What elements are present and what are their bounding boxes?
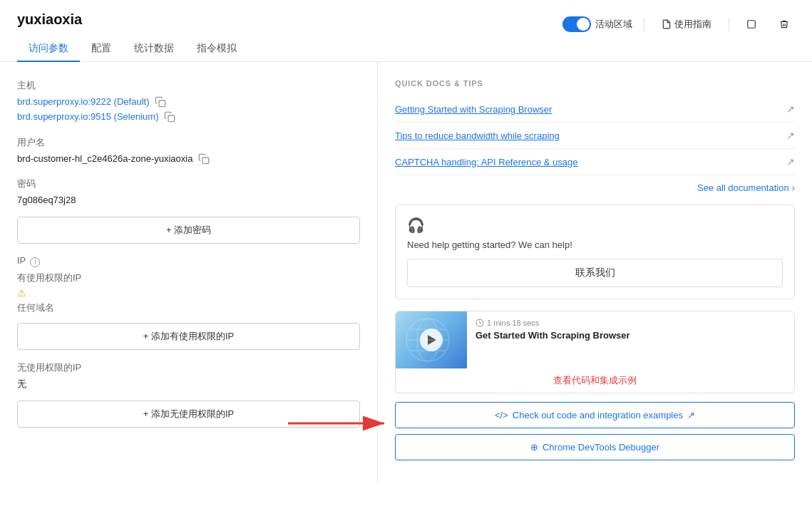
code-examples-label: Check out code and integration examples <box>513 410 683 420</box>
doc-link-1[interactable]: Getting Started with Scraping Browser <box>395 104 552 115</box>
host-link-1[interactable]: brd.superproxy.io:9222 (Default) <box>17 95 149 110</box>
svg-rect-3 <box>202 158 209 164</box>
ip-label: IP <box>17 255 26 266</box>
help-box: 🎧 Need help getting started? We can help… <box>395 205 795 299</box>
tab-cmd-sim[interactable]: 指令模拟 <box>185 36 248 62</box>
active-zone-toggle[interactable] <box>562 16 591 32</box>
username-row: brd-customer-hl_c2e4626a-zone-yuxiaoxia <box>17 152 360 167</box>
doc-arrow-3: ↗ <box>786 156 795 167</box>
right-panel: QUICK DOCS & TIPS Getting Started with S… <box>378 62 812 483</box>
nav-tabs: 访问参数 配置 统计数据 指令模拟 <box>17 36 795 61</box>
copy-icon-1[interactable] <box>155 96 166 108</box>
copy-icon-username[interactable] <box>198 153 210 165</box>
video-info: 1 mins 18 secs Get Started With Scraping… <box>467 311 794 368</box>
doc-link-3[interactable]: CAPTCHA handling: API Reference & usage <box>395 157 578 167</box>
ip-label-row: IP i <box>17 255 360 269</box>
add-authorized-ip-button[interactable]: + 添加有使用权限的IP <box>17 323 360 350</box>
code-icon: </> <box>495 410 508 420</box>
left-panel: 主机 brd.superproxy.io:9222 (Default) brd.… <box>0 62 378 483</box>
guide-btn-label: 使用指南 <box>674 18 711 31</box>
svg-rect-0 <box>748 20 756 28</box>
svg-rect-2 <box>168 115 175 122</box>
guide-button[interactable]: 使用指南 <box>656 15 717 33</box>
window-button[interactable] <box>741 16 762 32</box>
quick-docs-title: QUICK DOCS & TIPS <box>395 79 795 88</box>
svg-rect-1 <box>159 100 165 107</box>
trash-icon <box>779 19 789 29</box>
clock-icon <box>476 319 484 327</box>
globe-decoration <box>396 311 460 368</box>
doc-icon <box>662 19 672 29</box>
contact-button[interactable]: 联系我们 <box>407 259 783 287</box>
view-code-link[interactable]: 查看代码和集成示例 <box>396 368 794 393</box>
help-text: Need help getting started? We can help! <box>407 239 783 250</box>
warn-icon-wrap: ⚠ <box>17 287 360 299</box>
tab-stats[interactable]: 统计数据 <box>123 36 185 62</box>
copy-icon-2[interactable] <box>164 111 175 123</box>
unauthorized-ip-value: 无 <box>17 377 360 392</box>
code-examples-button[interactable]: </> Check out code and integration examp… <box>395 402 795 428</box>
see-all-label: See all documentation <box>697 182 789 193</box>
username-label: 用户名 <box>17 136 360 149</box>
host-row-2: brd.superproxy.io:9515 (Selenium) <box>17 110 360 125</box>
ip-info-icon[interactable]: i <box>30 257 40 267</box>
toggle-label: 活动区域 <box>595 18 632 31</box>
devtools-icon: ⊕ <box>530 442 538 453</box>
warning-icon: ⚠ <box>17 287 26 299</box>
see-all-link[interactable]: See all documentation › <box>395 182 795 193</box>
doc-link-2[interactable]: Tips to reduce bandwidth while scraping <box>395 130 560 141</box>
app-title: yuxiaoxia <box>17 11 82 28</box>
tab-config[interactable]: 配置 <box>80 36 123 62</box>
external-link-icon: ↗ <box>687 410 695 420</box>
doc-link-row-3: CAPTCHA handling: API Reference & usage … <box>395 149 795 175</box>
video-title: Get Started With Scraping Browser <box>476 330 786 341</box>
header-divider <box>644 17 644 31</box>
host-row-1: brd.superproxy.io:9222 (Default) <box>17 95 360 110</box>
video-card: 1 mins 18 secs Get Started With Scraping… <box>395 311 795 393</box>
chrome-devtools-button[interactable]: ⊕ Chrome DevTools Debugger <box>395 434 795 460</box>
username-value: brd-customer-hl_c2e4626a-zone-yuxiaoxia <box>17 152 192 167</box>
headset-icon: 🎧 <box>407 217 783 234</box>
host-label: 主机 <box>17 79 360 92</box>
see-all-chevron: › <box>792 182 795 193</box>
video-duration: 1 mins 18 secs <box>476 319 786 327</box>
delete-button[interactable] <box>774 16 795 32</box>
host-link-2[interactable]: brd.superproxy.io:9515 (Selenium) <box>17 110 158 125</box>
window-icon <box>746 19 756 29</box>
any-domain-text: 任何域名 <box>17 301 360 314</box>
devtools-label: Chrome DevTools Debugger <box>543 442 659 453</box>
authorized-ip-label: 有使用权限的IP <box>17 272 360 284</box>
doc-link-row-1: Getting Started with Scraping Browser ↗ <box>395 96 795 123</box>
active-zone-toggle-group: 活动区域 <box>562 16 632 32</box>
add-password-button[interactable]: + 添加密码 <box>17 217 360 244</box>
tab-access-params[interactable]: 访问参数 <box>17 36 80 62</box>
unauthorized-ip-label: 无使用权限的IP <box>17 361 360 374</box>
doc-link-row-2: Tips to reduce bandwidth while scraping … <box>395 123 795 149</box>
doc-arrow-1: ↗ <box>786 103 795 115</box>
doc-arrow-2: ↗ <box>786 130 795 141</box>
video-thumbnail[interactable] <box>396 311 467 368</box>
header-divider-2 <box>729 17 729 31</box>
password-value: 7g086eq73j28 <box>17 193 360 208</box>
add-unauthorized-ip-button[interactable]: + 添加无使用权限的IP <box>17 401 360 428</box>
password-label: 密码 <box>17 177 360 190</box>
action-buttons-section: </> Check out code and integration examp… <box>395 402 795 460</box>
